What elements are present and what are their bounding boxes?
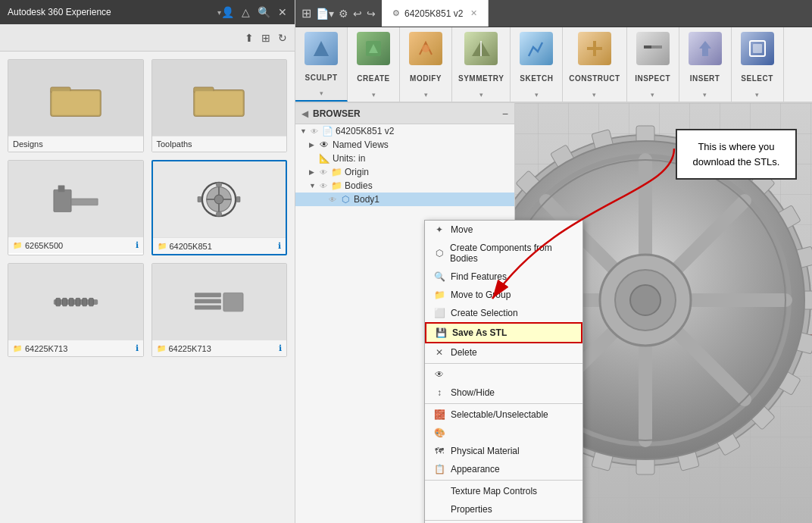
search-icon[interactable]: 🔍 — [258, 6, 270, 18]
ctx-move[interactable]: ✦ Move — [425, 221, 582, 239]
thumb-64225k713-2-info[interactable]: ℹ — [279, 343, 282, 353]
ctx-save-as-stl-icon: 💾 — [436, 327, 446, 338]
triangle-icon[interactable]: △ — [242, 6, 250, 18]
svg-point-35 — [422, 45, 429, 52]
tree-origin[interactable]: ▶ 👁 📁 Origin — [295, 165, 514, 179]
ctx-physical-material[interactable]: 🧱 Selectable/Unselectable — [425, 406, 582, 424]
ctx-appearance[interactable]: 🎨 — [425, 424, 582, 442]
create-arrow[interactable]: ▾ — [372, 91, 376, 99]
main-tab[interactable]: ⚙ 64205K851 v2 ✕ — [382, 0, 489, 27]
thumb-64225k713-2[interactable]: 📁 64225K713 ℹ — [151, 263, 288, 357]
body1-eye[interactable]: 👁 — [327, 196, 338, 204]
modify-arrow[interactable]: ▾ — [424, 91, 428, 99]
ctx-cut[interactable]: Properties — [425, 500, 582, 518]
select-arrow[interactable]: ▾ — [755, 91, 759, 99]
ctx-show-hide-icon: 👁 — [434, 369, 445, 380]
thumb-64225k713-1[interactable]: 📁 64225K713 ℹ — [8, 263, 144, 357]
ctx-texture-map-icon: 🗺 — [434, 446, 445, 456]
redo-icon[interactable]: ↪ — [367, 8, 376, 20]
thumb-designs[interactable]: Designs — [8, 59, 144, 152]
thumb-64205k851[interactable]: 📁 64205K851 ℹ — [151, 160, 288, 255]
insert-btn[interactable] — [686, 30, 725, 67]
sculpt-arrow[interactable]: ▾ — [320, 89, 323, 97]
sketch-arrow[interactable]: ▾ — [535, 91, 539, 99]
user-icon[interactable]: 👤 — [221, 6, 234, 18]
ctx-save-as-stl[interactable]: 💾 Save As STL — [425, 322, 582, 343]
root-label: 64205K851 v2 — [336, 126, 394, 136]
tree-body1[interactable]: 👁 ⬡ Body1 — [295, 193, 514, 206]
insert-arrow[interactable]: ▾ — [703, 91, 707, 99]
browser-collapse-icon[interactable]: ◀ — [301, 108, 308, 119]
named-views-icon: 👁 — [318, 139, 330, 150]
up-icon[interactable]: ⬆ — [245, 32, 254, 44]
model1-svg — [49, 172, 102, 225]
ribbon-insert[interactable]: INSERT ▾ — [679, 27, 732, 102]
thumb-6265k500[interactable]: 📁 6265K500 ℹ — [8, 160, 144, 255]
svg-rect-6 — [54, 189, 71, 211]
modify-btn[interactable] — [406, 30, 445, 67]
ctx-create-components[interactable]: ⬡ Create Components from Bodies — [425, 239, 582, 268]
tab-close-btn[interactable]: ✕ — [470, 8, 477, 18]
browser-minus-btn[interactable]: − — [502, 108, 508, 120]
tree-named-views[interactable]: ▶ 👁 Named Views — [295, 138, 514, 152]
ribbon-create[interactable]: CREATE ▾ — [348, 27, 400, 102]
bodies-arrow[interactable]: ▼ — [309, 182, 318, 189]
root-eye[interactable]: 👁 — [309, 127, 320, 136]
ribbon-sketch[interactable]: SKETCH ▾ — [511, 27, 563, 102]
ribbon-modify[interactable]: MODIFY ▾ — [400, 27, 452, 102]
thumb-6265k500-label: 6265K500 — [25, 241, 133, 250]
grid-apps-icon[interactable]: ⊞ — [301, 6, 311, 20]
modify-icon — [415, 38, 436, 59]
thumb-64205k851-info[interactable]: ℹ — [278, 241, 281, 251]
create-btn[interactable] — [354, 30, 393, 67]
ctx-copy[interactable]: Texture Map Controls — [425, 482, 582, 500]
refresh-icon[interactable]: ↻ — [278, 32, 287, 44]
ctx-move-group[interactable]: 📁 Move to Group — [425, 286, 582, 304]
ctx-selectable[interactable]: ↕ Show/Hide — [425, 384, 582, 402]
inspect-arrow[interactable]: ▾ — [651, 91, 654, 99]
ribbon-construct[interactable]: CONSTRUCT ▾ — [563, 27, 626, 102]
origin-eye[interactable]: 👁 — [318, 168, 329, 177]
undo-icon[interactable]: ↩ — [353, 8, 362, 20]
thumb-64225k713-1-info[interactable]: ℹ — [136, 343, 139, 353]
ctx-delete[interactable]: ✕ Delete — [425, 343, 582, 362]
ribbon-symmetry[interactable]: SYMMETRY ▾ — [452, 27, 511, 102]
file-icon[interactable]: 📄▾ — [316, 8, 334, 20]
origin-arrow[interactable]: ▶ — [309, 168, 318, 176]
sketch-btn[interactable] — [517, 30, 556, 67]
construct-btn[interactable] — [575, 30, 614, 67]
settings-icon[interactable]: ⚙ — [339, 8, 348, 20]
tree-root[interactable]: ▼ 👁 📄 64205K851 v2 — [295, 124, 514, 138]
tree-units[interactable]: 📐 Units: in — [295, 152, 514, 165]
tree-bodies[interactable]: ▼ 👁 📁 Bodies — [295, 179, 514, 193]
browser-header: ◀ BROWSER − — [295, 103, 514, 124]
ctx-cut-label: Properties — [451, 504, 492, 515]
ribbon-sculpt[interactable]: SCULPT ▾ — [295, 27, 348, 102]
named-views-label: Named Views — [333, 139, 389, 150]
grid-icon[interactable]: ⊞ — [261, 32, 270, 44]
select-btn[interactable] — [738, 30, 777, 67]
ctx-properties[interactable]: 📋 Appearance — [425, 460, 582, 478]
ctx-save-as-stl-label: Save As STL — [452, 327, 507, 338]
svg-marker-42 — [699, 41, 711, 56]
thumb-6265k500-info[interactable]: ℹ — [136, 240, 139, 250]
left-toolbar: ⬆ ⊞ ↻ — [0, 24, 295, 52]
close-icon[interactable]: ✕ — [278, 6, 287, 18]
ctx-create-selection[interactable]: ⬜ Create Selection — [425, 304, 582, 322]
inspect-btn[interactable] — [633, 30, 673, 67]
sculpt-btn[interactable] — [301, 30, 341, 67]
ctx-move-group-icon: 📁 — [434, 290, 445, 300]
ctx-show-hide[interactable]: 👁 — [425, 365, 582, 384]
callout-box: This is where you download the STLs. — [676, 129, 797, 180]
ctx-find-features[interactable]: 🔍 Find Features — [425, 268, 582, 286]
root-arrow[interactable]: ▼ — [300, 127, 309, 135]
construct-arrow[interactable]: ▾ — [592, 91, 596, 99]
named-views-arrow[interactable]: ▶ — [309, 141, 318, 149]
symmetry-btn[interactable] — [461, 30, 501, 67]
ribbon-inspect[interactable]: INSPECT ▾ — [627, 27, 679, 102]
ribbon-select[interactable]: SELECT ▾ — [732, 27, 784, 102]
bodies-eye[interactable]: 👁 — [318, 182, 329, 190]
ctx-texture-map[interactable]: 🗺 Physical Material — [425, 442, 582, 460]
symmetry-arrow[interactable]: ▾ — [479, 91, 483, 99]
thumb-toolpaths[interactable]: Toolpaths — [151, 59, 288, 152]
